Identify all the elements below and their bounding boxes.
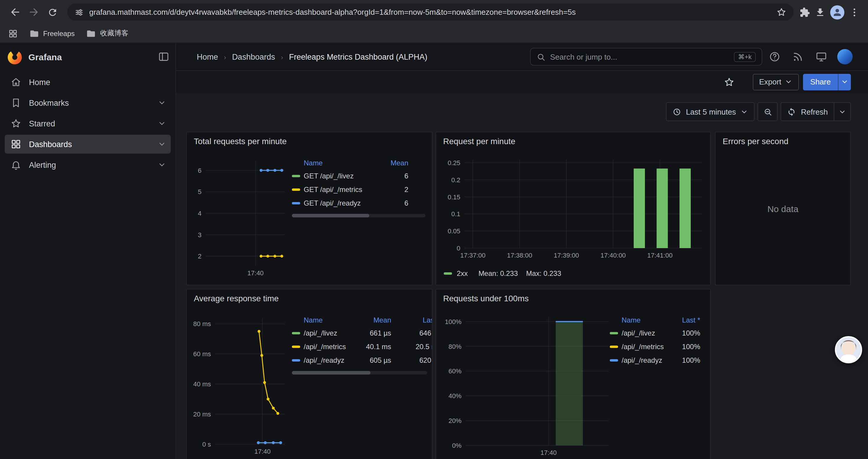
legend-header-mean[interactable]: Mean: [357, 316, 391, 324]
panel-title[interactable]: Total requests per minute: [194, 136, 286, 146]
share-dropdown-button[interactable]: [838, 73, 851, 90]
panel-title[interactable]: Requests under 100ms: [443, 294, 529, 303]
series-last-value: 100%: [670, 356, 700, 364]
assistant-avatar-button[interactable]: [835, 336, 862, 363]
series-swatch: [292, 188, 300, 191]
zoom-out-icon: [764, 107, 772, 116]
series-label[interactable]: /api/_/readyz: [622, 356, 662, 364]
favorite-star-icon[interactable]: [723, 76, 734, 87]
series-last-value: 620 µs: [391, 356, 433, 364]
browser-forward-button[interactable]: [25, 3, 42, 21]
legend-header-name[interactable]: Name: [610, 316, 670, 324]
chevron-down-icon[interactable]: [158, 119, 166, 128]
svg-text:0: 0: [457, 244, 460, 252]
series-mean-value: 2: [385, 185, 408, 193]
legend-scrollbar[interactable]: [292, 371, 427, 374]
bookmark-item-freeleaps[interactable]: Freeleaps: [30, 29, 75, 38]
legend-row: /api/_/readyz 100%: [610, 353, 707, 367]
zoom-out-button[interactable]: [758, 102, 778, 121]
search-input[interactable]: Search or jump to... ⌘+k: [530, 48, 762, 66]
user-avatar[interactable]: [837, 49, 852, 64]
legend-header-last[interactable]: Last *: [391, 316, 433, 324]
svg-text:100%: 100%: [445, 318, 462, 326]
legend-scrollbar[interactable]: [292, 214, 426, 218]
series-swatch: [610, 345, 618, 348]
series-label[interactable]: 2xx: [457, 269, 468, 277]
browser-actions: [800, 5, 862, 19]
help-icon[interactable]: [769, 51, 780, 63]
svg-text:40%: 40%: [448, 392, 462, 400]
export-button[interactable]: Export: [752, 73, 799, 90]
sidebar-item-home[interactable]: Home: [5, 73, 171, 92]
svg-text:60 ms: 60 ms: [193, 350, 211, 358]
series-swatch: [610, 332, 618, 334]
sidebar-item-label: Alerting: [29, 160, 56, 169]
refresh-label: Refresh: [801, 107, 828, 116]
breadcrumb-separator: ›: [224, 54, 226, 61]
breadcrumb-dashboards[interactable]: Dashboards: [232, 53, 275, 61]
chevron-down-icon: [841, 78, 848, 86]
sidebar-item-starred[interactable]: Starred: [5, 114, 171, 133]
sidebar-item-label: Bookmarks: [29, 98, 69, 107]
legend-header-name[interactable]: Name: [292, 159, 385, 167]
panel-title[interactable]: Request per minute: [443, 136, 515, 146]
extensions-puzzle-icon[interactable]: [800, 7, 810, 18]
news-rss-icon[interactable]: [792, 51, 804, 63]
series-label[interactable]: GET /api/_/readyz: [304, 199, 361, 207]
sidebar-item-label: Dashboards: [29, 140, 72, 149]
sidebar-collapse-icon[interactable]: [158, 51, 169, 63]
no-data-message: No data: [716, 132, 850, 285]
panel-title[interactable]: Average response time: [194, 294, 279, 303]
scrollbar-thumb[interactable]: [292, 214, 369, 218]
svg-text:17:40: 17:40: [540, 449, 557, 456]
folder-icon: [87, 29, 96, 38]
series-label[interactable]: /api/_/livez: [304, 329, 337, 337]
url-text[interactable]: grafana.mathmast.com/d/deytv4rwavabkb/fr…: [89, 8, 771, 17]
series-label[interactable]: /api/_/livez: [622, 329, 655, 337]
series-label[interactable]: /api/_/metrics: [622, 342, 664, 351]
sidebar-item-alerting[interactable]: Alerting: [5, 155, 171, 174]
refresh-button[interactable]: Refresh: [781, 102, 834, 121]
download-icon[interactable]: [815, 7, 826, 18]
under-100ms-chart[interactable]: 0%20%40%60%80%100%17:40: [441, 312, 613, 459]
apps-grid-icon[interactable]: [8, 29, 18, 38]
sidebar-item-bookmarks[interactable]: Bookmarks: [5, 93, 171, 112]
legend-row: /api/_/metrics 100%: [610, 340, 707, 353]
svg-text:5: 5: [198, 188, 202, 196]
series-label[interactable]: GET /api/_/livez: [304, 172, 354, 180]
series-label[interactable]: GET /api/_/metrics: [304, 185, 362, 193]
svg-text:20 ms: 20 ms: [193, 411, 211, 418]
browser-reload-button[interactable]: [44, 3, 61, 21]
bookmark-star-icon[interactable]: [776, 7, 786, 17]
grafana-app: Grafana Home Bookmarks Starred: [0, 43, 868, 459]
series-label[interactable]: /api/_/readyz: [304, 356, 344, 364]
svg-text:0.25: 0.25: [447, 159, 460, 167]
legend-header-mean[interactable]: Mean: [385, 159, 408, 167]
breadcrumb-home[interactable]: Home: [197, 53, 218, 61]
browser-profile-avatar[interactable]: [830, 5, 844, 19]
browser-back-button[interactable]: [6, 3, 24, 21]
refresh-interval-dropdown[interactable]: [834, 102, 851, 121]
avg-response-time-chart[interactable]: 0 s20 ms40 ms60 ms80 ms17:40: [191, 312, 289, 459]
legend-header-last[interactable]: Last *: [670, 316, 700, 324]
series-last-value: 100%: [670, 329, 700, 337]
sidebar-item-dashboards[interactable]: Dashboards: [5, 135, 171, 154]
total-requests-chart[interactable]: 2345617:40: [191, 155, 289, 280]
browser-menu-kebab-icon[interactable]: [849, 7, 860, 18]
share-button[interactable]: Share: [803, 73, 838, 90]
svg-text:60%: 60%: [448, 367, 462, 375]
chevron-down-icon[interactable]: [158, 99, 166, 107]
series-label[interactable]: /api/_/metrics: [304, 342, 346, 351]
monitor-kiosk-icon[interactable]: [815, 51, 827, 63]
request-per-minute-chart[interactable]: 00.050.10.150.20.2517:37:0017:38:0017:39…: [441, 155, 707, 263]
bookmark-item-blog[interactable]: 收藏博客: [87, 28, 128, 38]
chevron-down-icon[interactable]: [158, 161, 166, 169]
scrollbar-thumb[interactable]: [292, 371, 370, 374]
grafana-logo[interactable]: [7, 49, 23, 65]
chevron-down-icon[interactable]: [158, 140, 166, 148]
legend-header-row: Name Mean: [292, 157, 426, 169]
legend-header-name[interactable]: Name: [292, 316, 357, 324]
main-area: Home › Dashboards › Freeleaps Metrics Da…: [176, 43, 868, 459]
address-bar[interactable]: grafana.mathmast.com/d/deytv4rwavabkb/fr…: [67, 4, 794, 21]
time-range-picker[interactable]: Last 5 minutes: [666, 102, 755, 121]
